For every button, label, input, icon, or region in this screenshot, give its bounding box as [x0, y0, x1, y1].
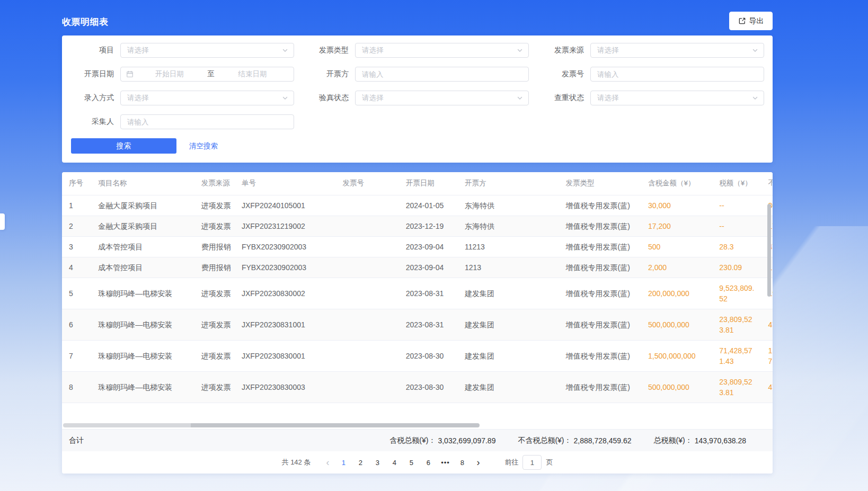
cell-invoice-type: 增值税专用发票(蓝)	[559, 371, 641, 403]
tax-total-label: 总税额(¥)：	[654, 436, 693, 445]
invoice-table-panel: 序号项目名称发票来源单号发票号开票日期开票方发票类型含税金额（¥）税额（¥）不含…	[62, 172, 773, 474]
cell-order-no: JXFP20240105001	[235, 195, 336, 216]
cell-tax-amount: --	[712, 195, 761, 216]
table-row: 1金融大厦采购项目进项发票JXFP202401050012024-01-05东海…	[62, 195, 773, 216]
page-button-1[interactable]: 1	[336, 455, 351, 470]
cell-invoice-source: 费用报销	[194, 257, 235, 278]
page-button-5[interactable]: 5	[404, 455, 419, 470]
filter-field-invoice-source: 发票来源 请选择	[538, 43, 764, 58]
pagination: 共 142 条 ‹ 123456•••8 › 前往 页	[62, 451, 773, 474]
cell-invoice-type: 增值税专用发票(蓝)	[559, 257, 641, 278]
horizontal-scrollbar-track[interactable]	[63, 423, 191, 427]
dup-check-status-select[interactable]: 请选择	[590, 91, 764, 105]
project-label: 项目	[68, 46, 114, 55]
invoice-date-range-picker[interactable]: 开始日期 至 结束日期	[120, 67, 294, 82]
column-header-issuer: 开票方	[458, 172, 559, 195]
filter-field-project: 项目 请选择	[68, 43, 294, 58]
export-button[interactable]: 导出	[729, 12, 773, 30]
cell-issuer: 东海特供	[458, 195, 559, 216]
pager-ellipsis[interactable]: •••	[438, 455, 453, 470]
table-row: 6珠穆朗玛峰—电梯安装进项发票JXFP202308310012023-08-31…	[62, 309, 773, 340]
search-button[interactable]: 搜索	[71, 138, 176, 154]
vertical-scrollbar-thumb[interactable]	[767, 204, 771, 297]
cell-invoice-source: 进项发票	[194, 278, 235, 309]
invoice-source-select[interactable]: 请选择	[590, 43, 764, 58]
cell-index: 3	[62, 236, 91, 257]
start-date-input[interactable]: 开始日期	[134, 69, 205, 79]
chevron-down-icon	[282, 47, 288, 53]
column-header-amount-incl-tax: 含税金额（¥）	[641, 172, 712, 195]
page-button-2[interactable]: 2	[353, 455, 368, 470]
cell-amount-excl-tax: 476,190,476.19	[761, 371, 773, 403]
page-button-4[interactable]: 4	[387, 455, 402, 470]
next-page-button[interactable]: ›	[471, 455, 485, 470]
cell-invoice-no	[335, 216, 398, 236]
invoice-no-label: 发票号	[538, 69, 584, 79]
dup-check-status-label: 查重状态	[538, 93, 584, 103]
cell-invoice-no	[335, 340, 398, 371]
cell-invoice-date: 2023-08-31	[399, 309, 458, 340]
cell-tax-amount: 230.09	[712, 257, 761, 278]
invoice-no-input[interactable]	[590, 67, 764, 82]
dup-check-status-select-placeholder: 请选择	[597, 93, 619, 103]
cell-amount-incl-tax: 17,200	[641, 216, 712, 236]
cell-invoice-date: 2023-09-04	[399, 257, 458, 278]
cell-invoice-no	[335, 278, 398, 309]
cell-amount-incl-tax: 2,000	[641, 257, 712, 278]
cell-index: 7	[62, 340, 91, 371]
invoice-source-select-placeholder: 请选择	[597, 46, 619, 55]
invoice-type-label: 发票类型	[303, 46, 349, 55]
collector-input[interactable]	[120, 114, 294, 129]
cell-index: 6	[62, 309, 91, 340]
summary-total-label: 合计	[69, 436, 84, 445]
cell-invoice-source: 进项发票	[194, 195, 235, 216]
entry-method-select[interactable]: 请选择	[120, 91, 294, 105]
table-row: 5珠穆朗玛峰—电梯安装进项发票JXFP202308300022023-08-31…	[62, 278, 773, 309]
cell-issuer: 建发集团	[458, 371, 559, 403]
filter-field-verify-status: 验真状态 请选择	[303, 91, 529, 105]
end-date-input[interactable]: 结束日期	[217, 69, 288, 79]
column-header-amount-excl-tax: 不含税金额（¥）	[761, 172, 773, 195]
cell-amount-incl-tax: 1,500,000,000	[641, 340, 712, 371]
goto-page-input[interactable]	[522, 455, 542, 470]
summary-tax: 总税额(¥)： 143,970,638.28	[654, 436, 746, 445]
horizontal-scrollbar-thumb[interactable]	[191, 423, 480, 427]
goto-suffix-label: 页	[546, 458, 553, 467]
collector-label: 采集人	[68, 117, 114, 127]
chevron-down-icon	[752, 47, 758, 53]
table-header-row: 序号项目名称发票来源单号发票号开票日期开票方发票类型含税金额（¥）税额（¥）不含…	[62, 172, 773, 195]
cell-amount-incl-tax: 500	[641, 236, 712, 257]
chevron-down-icon	[517, 95, 523, 101]
excl-tax-total-value: 2,888,728,459.62	[574, 436, 632, 445]
column-header-order-no: 单号	[235, 172, 336, 195]
issuer-input[interactable]	[355, 67, 529, 82]
cell-amount-incl-tax: 200,000,000	[641, 278, 712, 309]
filter-field-collector: 采集人	[68, 114, 294, 129]
column-header-invoice-date: 开票日期	[399, 172, 458, 195]
drawer-handle[interactable]	[0, 213, 5, 230]
cell-invoice-no	[335, 257, 398, 278]
chevron-down-icon	[517, 47, 523, 53]
invoice-type-select[interactable]: 请选择	[355, 43, 529, 58]
cell-invoice-type: 增值税专用发票(蓝)	[559, 236, 641, 257]
project-select[interactable]: 请选择	[120, 43, 294, 58]
verify-status-select[interactable]: 请选择	[355, 91, 529, 105]
partial-next-row	[62, 403, 773, 422]
chevron-down-icon	[282, 95, 288, 101]
column-header-index: 序号	[62, 172, 91, 195]
page-button-6[interactable]: 6	[421, 455, 436, 470]
invoice-source-label: 发票来源	[538, 46, 584, 55]
column-header-invoice-source: 发票来源	[194, 172, 235, 195]
cell-order-no: JXFP20230830002	[235, 278, 336, 309]
goto-label: 前往	[504, 458, 518, 467]
cell-index: 2	[62, 216, 91, 236]
table-row: 3成本管控项目费用报销FYBX202309020032023-09-041121…	[62, 236, 773, 257]
clear-search-link[interactable]: 清空搜索	[189, 141, 218, 151]
cell-invoice-source: 进项发票	[194, 216, 235, 236]
prev-page-button[interactable]: ‹	[320, 455, 335, 470]
cell-project-name: 金融大厦采购项目	[91, 216, 194, 236]
summary-excl-tax: 不含税总额(¥)： 2,888,728,459.62	[518, 436, 631, 445]
page-button-8[interactable]: 8	[455, 455, 470, 470]
page-button-3[interactable]: 3	[370, 455, 385, 470]
summary-incl-tax: 含税总额(¥)： 3,032,699,097.89	[389, 436, 495, 445]
